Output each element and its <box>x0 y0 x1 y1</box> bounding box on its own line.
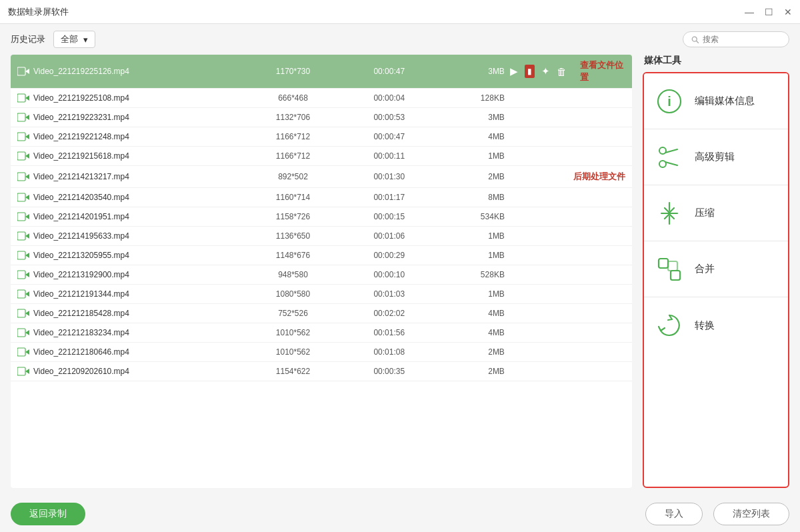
settings-icon[interactable]: ✦ <box>541 65 550 77</box>
close-button[interactable]: ✕ <box>784 7 792 17</box>
video-file-icon <box>17 367 29 376</box>
search-box[interactable] <box>683 31 789 47</box>
svg-line-39 <box>665 162 677 165</box>
file-name: Video_221213192900.mp4 <box>33 270 245 279</box>
file-row[interactable]: Video_221219225126.mp4 1170*730 00:00:47… <box>11 55 632 89</box>
file-name: Video_221212183234.mp4 <box>33 328 245 337</box>
tool-edit-info[interactable]: i 编辑媒体信息 <box>644 73 788 129</box>
file-row[interactable]: Video_221214203540.mp4 1160*714 00:01:17… <box>11 188 632 207</box>
file-resolution: 1148*676 <box>245 251 341 260</box>
search-input[interactable] <box>703 35 781 44</box>
convert-icon <box>655 311 684 340</box>
tool-advanced-cut[interactable]: 高级剪辑 <box>644 129 788 185</box>
merge-icon <box>655 255 684 284</box>
back-button[interactable]: 返回录制 <box>11 503 85 525</box>
file-row[interactable]: Video_221212183234.mp4 1010*562 00:01:56… <box>11 323 632 343</box>
file-size: 3MB <box>437 67 510 76</box>
video-file-icon <box>17 212 29 221</box>
filter-select[interactable]: 全部 ▾ <box>53 31 95 48</box>
chevron-down-icon: ▾ <box>83 35 88 45</box>
right-panel: 媒体工具 i 编辑媒体信息 高级剪辑 <box>643 55 789 488</box>
compress-icon <box>655 199 684 228</box>
svg-marker-9 <box>25 134 29 139</box>
video-file-icon <box>17 67 29 76</box>
file-name: Video_221219225108.mp4 <box>33 93 245 103</box>
file-row[interactable]: Video_221219223231.mp4 1132*706 00:00:53… <box>11 108 632 127</box>
file-resolution: 1010*562 <box>245 328 341 337</box>
view-location-tooltip: 查看文件位置 <box>580 59 625 83</box>
file-row[interactable]: Video_221213205955.mp4 1148*676 00:00:29… <box>11 246 632 265</box>
file-resolution: 1132*706 <box>245 113 341 122</box>
file-row[interactable]: Video_221212180646.mp4 1010*562 00:01:08… <box>11 343 632 362</box>
file-row[interactable]: Video_221209202610.mp4 1154*622 00:00:35… <box>11 362 632 381</box>
svg-marker-23 <box>25 272 29 277</box>
file-duration: 00:00:53 <box>341 113 437 122</box>
file-row[interactable]: Video_221214201951.mp4 1158*726 00:00:15… <box>11 207 632 227</box>
file-duration: 00:00:11 <box>341 151 437 161</box>
svg-marker-27 <box>25 311 29 316</box>
tool-merge[interactable]: 合并 <box>644 241 788 297</box>
bottom-bar: 返回录制 导入 清空列表 <box>0 496 800 532</box>
tool-compress[interactable]: 压缩 <box>644 185 788 241</box>
file-size: 4MB <box>437 328 510 337</box>
svg-rect-30 <box>17 348 25 356</box>
file-row[interactable]: Video_221214213217.mp4 892*502 00:01:30 … <box>11 166 632 188</box>
file-name: Video_221214213217.mp4 <box>33 172 245 181</box>
file-duration: 00:00:10 <box>341 270 437 279</box>
file-row[interactable]: Video_221219221248.mp4 1166*712 00:00:47… <box>11 127 632 147</box>
svg-rect-16 <box>17 213 25 221</box>
file-duration: 00:00:47 <box>341 67 437 76</box>
file-resolution: 892*502 <box>245 172 341 181</box>
file-list-container: Video_221219225126.mp4 1170*730 00:00:47… <box>11 55 632 488</box>
delete-icon[interactable]: 🗑 <box>557 66 567 77</box>
file-name: Video_221212191344.mp4 <box>33 289 245 299</box>
svg-marker-25 <box>25 291 29 297</box>
play-icon[interactable]: ▶ <box>510 65 518 77</box>
video-file-icon <box>17 151 29 161</box>
folder-icon[interactable]: ▮ <box>525 65 535 78</box>
svg-marker-11 <box>25 153 29 159</box>
file-duration: 00:00:15 <box>341 212 437 221</box>
svg-marker-17 <box>25 214 29 219</box>
file-name: Video_221219215618.mp4 <box>33 151 245 161</box>
title-bar: 数据蛙录屏软件 — ☐ ✕ <box>0 0 800 24</box>
toolbar: 历史记录 全部 ▾ <box>0 24 800 55</box>
file-duration: 00:00:47 <box>341 132 437 141</box>
svg-rect-14 <box>17 193 25 201</box>
video-file-icon <box>17 347 29 357</box>
file-duration: 00:01:56 <box>341 328 437 337</box>
svg-rect-45 <box>668 261 677 271</box>
file-row[interactable]: Video_221219225108.mp4 666*468 00:00:04 … <box>11 89 632 108</box>
svg-rect-44 <box>671 271 680 280</box>
file-row[interactable]: Video_221219215618.mp4 1166*712 00:00:11… <box>11 147 632 166</box>
maximize-button[interactable]: ☐ <box>765 7 773 17</box>
minimize-button[interactable]: — <box>745 7 754 17</box>
file-row[interactable]: Video_221212191344.mp4 1080*580 00:01:03… <box>11 285 632 304</box>
filter-value: 全部 <box>61 33 78 45</box>
content-area: Video_221219225126.mp4 1170*730 00:00:47… <box>0 55 800 496</box>
tool-convert[interactable]: 转换 <box>644 297 788 353</box>
video-file-icon <box>17 309 29 318</box>
video-file-icon <box>17 251 29 260</box>
svg-marker-33 <box>25 369 29 374</box>
svg-rect-24 <box>17 290 25 298</box>
file-row[interactable]: Video_221212185428.mp4 752*526 00:02:02 … <box>11 304 632 323</box>
file-size: 528KB <box>437 270 510 279</box>
tool-label-compress: 压缩 <box>695 207 715 219</box>
clear-button[interactable]: 清空列表 <box>713 503 789 525</box>
file-row[interactable]: Video_221214195633.mp4 1136*650 00:01:06… <box>11 227 632 246</box>
file-size: 2MB <box>437 367 510 376</box>
advanced-cut-icon <box>655 143 684 172</box>
search-icon <box>691 35 699 44</box>
svg-marker-13 <box>25 174 29 179</box>
import-button[interactable]: 导入 <box>645 503 703 525</box>
window-controls: — ☐ ✕ <box>745 7 792 17</box>
svg-marker-7 <box>25 115 29 120</box>
file-name: Video_221219225126.mp4 <box>33 67 245 76</box>
file-duration: 00:01:06 <box>341 231 437 241</box>
video-file-icon <box>17 132 29 141</box>
file-size: 4MB <box>437 309 510 318</box>
svg-rect-22 <box>17 271 25 279</box>
file-row[interactable]: Video_221213192900.mp4 948*580 00:00:10 … <box>11 265 632 285</box>
file-size: 128KB <box>437 93 510 103</box>
